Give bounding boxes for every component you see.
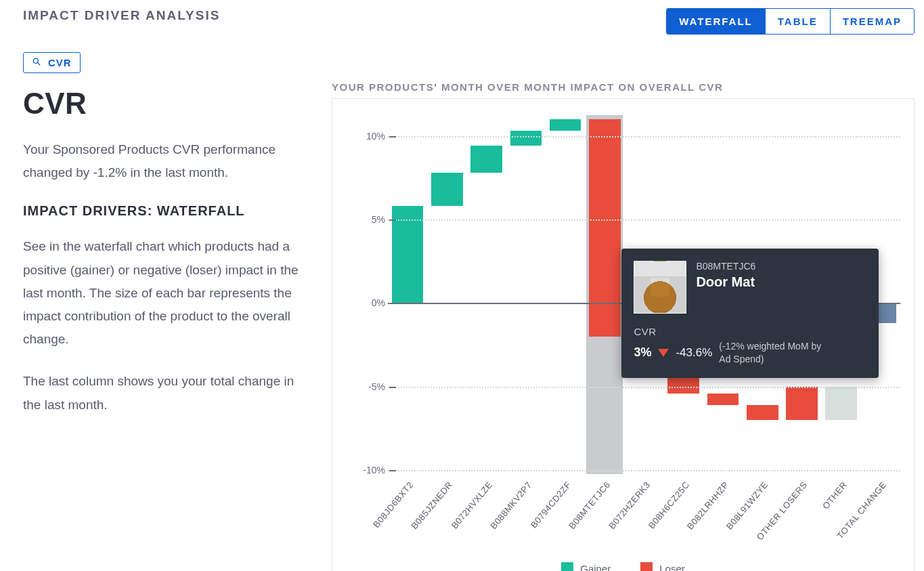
chart-title: YOUR PRODUCTS' MONTH OVER MONTH IMPACT O… [332,81,915,93]
metric-pill-label: CVR [48,57,72,68]
chart-column[interactable]: OTHER [822,119,861,470]
x-axis-label: B072HVXLZE [449,480,494,530]
chart-column[interactable]: B08H6CZ25C [664,119,703,470]
metric-pill[interactable]: CVR [23,52,81,73]
chart-column[interactable]: B082LRHHZP [703,119,743,470]
section-title: IMPACT DRIVER ANALYSIS [23,8,220,23]
y-axis-tick: 0% [347,297,388,308]
description-1: See in the waterfall chart which product… [23,235,307,351]
x-axis-label: B08L91WZYE [724,480,770,532]
x-axis-label: B0794CD2ZF [529,480,573,530]
legend-loser: Loser [640,562,685,571]
x-axis-label: B085JZNEDR [410,480,455,531]
waterfall-bar-gainer[interactable] [550,119,581,131]
chart-column[interactable]: B08L91WZYE [743,119,782,470]
waterfall-bar-gainer[interactable] [470,146,502,172]
chart-column[interactable]: B0794CD2ZF [546,119,585,470]
view-switch: WATERFALL TABLE TREEMAP [666,8,915,35]
x-axis-label: B08MTETJC6 [567,480,613,531]
chart-card: B08JD6BXT2B085JZNEDRB072HVXLZEB088MKV2P7… [332,98,915,571]
y-axis-tick: 5% [347,214,388,225]
legend-label-gainer: Gainer [580,563,611,572]
chart-column[interactable]: B08JD6BXT2 [388,119,427,470]
waterfall-bar-other[interactable] [825,387,857,420]
x-axis-label: B08H6CZ25C [646,480,692,530]
legend-swatch-loser [640,562,653,571]
description-2: The last column shows you your total cha… [23,370,307,416]
x-axis-label: OTHER [820,480,849,511]
y-axis-tick: -5% [347,381,388,392]
legend-label-loser: Loser [659,563,685,572]
chart-column[interactable]: TOTAL CHANGE [861,119,900,470]
waterfall-bar-loser[interactable] [667,373,699,394]
legend-swatch-gainer [561,562,573,571]
chart-legend: Gainer Loser [332,562,914,571]
waterfall-bar-gainer[interactable] [510,131,542,146]
chart-column[interactable]: B085JZNEDR [427,119,466,470]
y-axis-tick: 10% [347,131,388,142]
waterfall-bar-loser[interactable] [707,394,739,405]
view-tab-table[interactable]: TABLE [765,9,830,34]
chart-column[interactable]: B072HVXLZE [466,119,506,470]
x-axis-label: B088MKV2P7 [488,480,533,531]
sub-heading: IMPACT DRIVERS: WATERFALL [23,203,307,219]
waterfall-bar-loser[interactable] [786,387,818,420]
page-title: CVR [23,87,307,121]
y-axis-tick: -10% [347,465,388,475]
waterfall-bar-loser[interactable] [628,337,660,373]
intro-text: Your Sponsored Products CVR performance … [23,138,307,184]
waterfall-bar-gainer[interactable] [431,173,463,206]
waterfall-bar-loser[interactable] [747,405,778,420]
x-axis-label: B082LRHHZP [685,480,731,532]
view-tab-treemap[interactable]: TREEMAP [830,9,914,34]
chart-column[interactable]: B088MKV2P7 [506,119,546,470]
chart-column[interactable]: B08MTETJC6 [585,119,624,470]
legend-gainer: Gainer [561,562,611,571]
x-axis-label: B072HZERK3 [607,480,652,531]
waterfall-plot: B08JD6BXT2B085JZNEDRB072HVXLZEB088MKV2P7… [388,119,900,470]
waterfall-bar-total[interactable] [865,303,897,323]
chart-column[interactable]: OTHER LOSERS [782,119,821,470]
search-icon [32,57,41,68]
x-axis-label: B08JD6BXT2 [371,480,415,530]
svg-line-1 [38,63,40,65]
chart-column[interactable]: B072HZERK3 [624,119,663,470]
view-tab-waterfall[interactable]: WATERFALL [667,9,765,34]
